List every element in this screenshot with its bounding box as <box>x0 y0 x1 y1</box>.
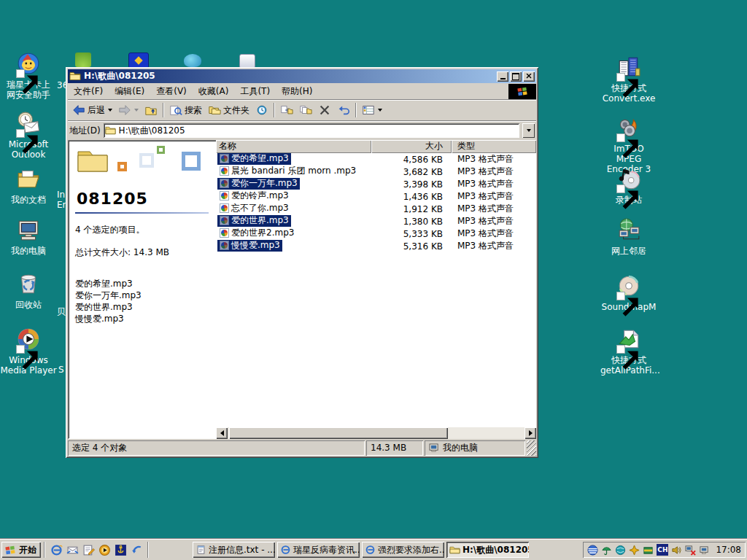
deco-square <box>182 152 201 171</box>
clipped-desktop-icon[interactable] <box>75 52 91 67</box>
desktop-icon-my-documents[interactable]: 我的文档 <box>0 166 57 205</box>
file-name[interactable]: 爱的铃声.mp3 <box>217 190 291 202</box>
title-bar[interactable]: H:\歌曲\081205 <box>68 69 536 83</box>
file-name[interactable]: 晨光 bandari 乐团 morn .mp3 <box>217 166 358 177</box>
views-button[interactable] <box>359 102 385 118</box>
file-type: MP3 格式声音 <box>452 240 536 252</box>
address-dropdown-button[interactable] <box>522 123 535 138</box>
file-size: 3,682 KB <box>371 167 452 177</box>
copy-to-button[interactable] <box>296 102 315 118</box>
umbrella-icon[interactable] <box>601 545 612 556</box>
column-header-name[interactable]: 名称 <box>216 140 371 153</box>
globe-tray-icon[interactable] <box>615 545 626 556</box>
rising-firewall-icon[interactable] <box>587 545 598 556</box>
close-button[interactable] <box>523 71 535 82</box>
forward-button[interactable] <box>115 102 142 118</box>
network-disconnected-icon[interactable] <box>685 545 696 556</box>
horizontal-scrollbar[interactable] <box>216 427 536 439</box>
desktop-icon-soundmapm[interactable]: SoundmapM <box>600 273 657 312</box>
quicklaunch-editor[interactable] <box>81 542 96 557</box>
quicklaunch-outlook-express[interactable] <box>65 542 80 557</box>
folders-button[interactable]: 文件夹 <box>205 102 252 118</box>
file-name-selected[interactable]: 爱的世界.mp3 <box>217 215 291 227</box>
desktop-icon-getallpathfi[interactable]: 快捷方式 getAllPathFi... <box>600 327 657 376</box>
task-button-ie-1[interactable]: 瑞星反病毒资讯... <box>277 542 360 558</box>
back-button[interactable]: 后退 <box>69 102 115 118</box>
address-value: H:\歌曲\081205 <box>119 125 185 137</box>
window-title: H:\歌曲\081205 <box>84 70 495 82</box>
menu-file[interactable]: 文件(F) <box>68 84 109 98</box>
file-row[interactable]: 晨光 bandari 乐团 morn .mp33,682 KBMP3 格式声音 <box>216 166 536 178</box>
move-to-button[interactable] <box>277 102 296 118</box>
file-row[interactable]: 爱的希望.mp34,586 KBMP3 格式声音 <box>216 153 536 166</box>
file-row[interactable]: 爱的世界2.mp35,333 KBMP3 格式声音 <box>216 228 536 240</box>
file-name-selected[interactable]: 慢慢爱.mp3 <box>217 240 282 252</box>
file-name[interactable]: 爱的世界2.mp3 <box>217 228 296 239</box>
mp3-file-icon <box>220 228 229 238</box>
desktop-icon-my-computer[interactable]: 我的电脑 <box>0 217 57 256</box>
file-row[interactable]: 爱你一万年.mp33,398 KBMP3 格式声音 <box>216 178 536 190</box>
menu-tools[interactable]: 工具(T) <box>234 84 276 98</box>
panel-total-size: 总计文件大小: 14.3 MB <box>75 246 209 259</box>
task-button-notepad[interactable]: 注册信息.txt - ... <box>193 542 275 558</box>
desktop-icon-microsoft-outlook[interactable]: Microsoft Outlook <box>0 111 57 160</box>
menu-edit[interactable]: 编辑(E) <box>109 84 150 98</box>
history-button[interactable] <box>252 102 271 118</box>
column-header-type[interactable]: 类型 <box>452 140 536 153</box>
file-row[interactable]: 慢慢爱.mp35,316 KBMP3 格式声音 <box>216 240 536 252</box>
quicklaunch-media-player[interactable] <box>97 542 112 557</box>
start-button[interactable]: 开始 <box>1 542 41 558</box>
nettransport-icon[interactable] <box>643 545 654 556</box>
file-name-selected[interactable]: 爱的希望.mp3 <box>217 153 291 165</box>
input-language-indicator[interactable]: CH <box>657 544 668 556</box>
file-name-selected[interactable]: 爱你一万年.mp3 <box>217 178 300 190</box>
delete-button[interactable] <box>315 102 334 118</box>
column-header-size[interactable]: 大小 <box>371 140 452 153</box>
scroll-left-button[interactable] <box>216 427 228 439</box>
task-button-ie-2[interactable]: 强烈要求添加右... <box>362 542 444 558</box>
clipped-desktop-icon[interactable] <box>128 52 149 69</box>
open-folder-icon <box>449 545 460 555</box>
file-row[interactable]: 爱的世界.mp31,380 KBMP3 格式声音 <box>216 215 536 228</box>
desktop-icon-recording-station[interactable]: 录制站 <box>600 166 657 205</box>
task-button-explorer-active[interactable]: H:\歌曲\081205 <box>446 542 529 558</box>
clipped-desktop-icon[interactable] <box>239 54 255 69</box>
file-row[interactable]: 忘不了你.mp31,912 KBMP3 格式声音 <box>216 203 536 215</box>
clipped-desktop-icon-label: In Er <box>57 190 66 210</box>
clipped-desktop-icon[interactable] <box>184 54 201 67</box>
window-content: 081205 4 个选定的项目。 总计文件大小: 14.3 MB 爱的希望.mp… <box>68 140 536 439</box>
desktop-icon-rising-kaka[interactable]: 瑞星卡卡上 网安全助手 <box>0 51 57 100</box>
menu-help[interactable]: 帮助(H) <box>276 84 318 98</box>
menu-view[interactable]: 查看(V) <box>150 84 193 98</box>
quicklaunch-ie[interactable] <box>49 542 63 557</box>
maximize-button[interactable] <box>510 71 522 82</box>
up-button[interactable] <box>142 102 160 118</box>
desktop-icon-windows-media-player[interactable]: Windows Media Player <box>0 327 57 376</box>
computer-tray-icon[interactable] <box>699 545 710 556</box>
file-size: 4,586 KB <box>371 155 452 165</box>
desktop-icon-recycle-bin[interactable]: 回收站 <box>0 271 57 310</box>
star-tray-icon[interactable] <box>629 545 640 556</box>
quicklaunch-flashget[interactable] <box>129 542 144 557</box>
scroll-right-button[interactable] <box>525 427 536 439</box>
scroll-track[interactable] <box>228 427 525 439</box>
address-input[interactable]: H:\歌曲\081205 <box>104 123 519 138</box>
desktop-icon-convert-exe[interactable]: 快捷方式 Convert.exe <box>600 55 657 104</box>
notepad-icon <box>196 545 206 555</box>
resize-grip[interactable] <box>527 440 536 456</box>
desktop-icon-network-neighborhood[interactable]: 网上邻居 <box>600 217 657 256</box>
minimize-button[interactable] <box>497 71 508 82</box>
search-button[interactable]: 搜索 <box>166 102 205 118</box>
quicklaunch-netants[interactable] <box>113 542 128 557</box>
desktop-icon-imtoo-mpeg-encoder[interactable]: ImTOO MPEG Encoder 3 <box>600 115 657 174</box>
scroll-thumb[interactable] <box>229 427 448 439</box>
file-name-cell: 爱的希望.mp3 <box>216 153 371 166</box>
file-type: MP3 格式声音 <box>452 190 536 203</box>
menu-favorites[interactable]: 收藏(A) <box>193 84 235 98</box>
file-row[interactable]: 爱的铃声.mp31,436 KBMP3 格式声音 <box>216 190 536 203</box>
volume-icon[interactable] <box>671 545 682 556</box>
task-buttons: 注册信息.txt - ... 瑞星反病毒资讯... 强烈要求添加右... H:\… <box>193 542 529 558</box>
undo-button[interactable] <box>334 102 353 118</box>
anchor-icon <box>115 544 127 556</box>
file-name[interactable]: 忘不了你.mp3 <box>217 203 291 214</box>
